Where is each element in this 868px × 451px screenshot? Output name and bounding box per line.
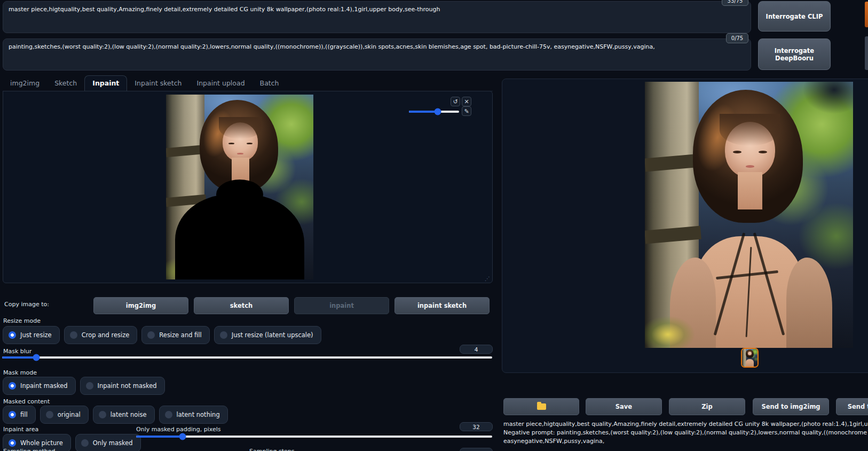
generate-button-clipped[interactable] bbox=[865, 2, 868, 27]
inpaint-canvas[interactable]: ↺ ✕ ✎ ⋰ bbox=[3, 91, 493, 283]
radio-latent-nothing[interactable]: latent nothing bbox=[159, 406, 228, 424]
tab-inpaint[interactable]: Inpaint bbox=[84, 75, 127, 91]
secondary-button-clipped[interactable] bbox=[865, 36, 868, 70]
radio-icon bbox=[70, 331, 77, 339]
generation-info-line3: easynegative,NSFW,pussy,vagina, bbox=[503, 438, 867, 445]
sampling-steps-value[interactable] bbox=[460, 448, 493, 451]
only-masked-padding-label: Only masked padding, pixels bbox=[136, 426, 221, 433]
tab-batch[interactable]: Batch bbox=[252, 76, 287, 91]
radio-icon bbox=[99, 411, 106, 418]
mask-blur-value[interactable]: 4 bbox=[460, 345, 493, 354]
masked-content-label: Masked content bbox=[3, 398, 50, 405]
radio-icon bbox=[165, 411, 172, 418]
sampling-steps-label: Sampling steps bbox=[249, 448, 295, 451]
mask-mode-label: Mask mode bbox=[3, 369, 37, 376]
negative-token-counter: 0/75 bbox=[726, 33, 748, 43]
radio-icon bbox=[9, 439, 16, 447]
close-icon[interactable]: ✕ bbox=[462, 97, 471, 106]
positive-prompt-input[interactable]: master piece,higtquality,best quality,Am… bbox=[3, 1, 751, 33]
send-to-img2img-button[interactable]: Send to img2img bbox=[753, 398, 829, 415]
sampling-method-label: Sampling method bbox=[3, 448, 55, 451]
folder-icon bbox=[537, 403, 546, 410]
radio-crop-and-resize[interactable]: Crop and resize bbox=[64, 326, 138, 344]
img2img-mode-tabs: img2img Sketch Inpaint Inpaint sketch In… bbox=[3, 76, 493, 91]
mask-blur-slider[interactable] bbox=[2, 354, 492, 361]
radio-just-resize-latent[interactable]: Just resize (latent upscale) bbox=[214, 326, 321, 344]
radio-icon bbox=[86, 382, 93, 390]
zip-button[interactable]: Zip bbox=[669, 398, 745, 415]
send-to-inpaint-button[interactable]: Send to inpaint bbox=[836, 398, 868, 415]
interrogate-clip-button[interactable]: Interrogate CLIP bbox=[758, 1, 831, 32]
tab-sketch[interactable]: Sketch bbox=[47, 76, 84, 91]
inpaint-source-image[interactable] bbox=[166, 95, 313, 279]
radio-icon bbox=[147, 331, 155, 339]
gallery-thumbnail[interactable] bbox=[741, 348, 759, 368]
undo-icon[interactable]: ↺ bbox=[451, 97, 460, 106]
radio-icon bbox=[220, 331, 227, 339]
copy-to-img2img-button[interactable]: img2img bbox=[93, 297, 188, 314]
copy-image-to-label: Copy image to: bbox=[4, 301, 49, 308]
tab-inpaint-upload[interactable]: Inpaint upload bbox=[190, 76, 252, 91]
masked-content-group: fill original latent noise latent nothin… bbox=[3, 406, 228, 424]
save-button[interactable]: Save bbox=[586, 398, 662, 415]
copy-to-inpaint-sketch-button[interactable]: inpaint sketch bbox=[394, 297, 490, 314]
generation-info-line2: Negative prompt: painting,sketches,(wors… bbox=[503, 429, 867, 436]
mask-mode-group: Inpaint masked Inpaint not masked bbox=[3, 377, 165, 395]
radio-icon bbox=[9, 331, 16, 339]
radio-inpaint-not-masked[interactable]: Inpaint not masked bbox=[80, 377, 165, 395]
copy-to-inpaint-button: inpaint bbox=[294, 297, 389, 314]
positive-token-counter: 33/75 bbox=[722, 0, 748, 6]
radio-icon bbox=[9, 411, 16, 418]
radio-original[interactable]: original bbox=[40, 406, 89, 424]
output-image[interactable] bbox=[645, 82, 853, 348]
radio-only-masked[interactable]: Only masked bbox=[75, 434, 141, 451]
canvas-resize-handle[interactable]: ⋰ bbox=[485, 276, 490, 282]
painted-mask bbox=[175, 195, 305, 279]
radio-fill[interactable]: fill bbox=[3, 406, 36, 424]
resize-mode-group: Just resize Crop and resize Resize and f… bbox=[3, 326, 321, 344]
only-masked-padding-value[interactable]: 32 bbox=[460, 422, 493, 431]
tab-img2img[interactable]: img2img bbox=[3, 76, 47, 91]
radio-icon bbox=[46, 411, 53, 418]
tab-inpaint-sketch[interactable]: Inpaint sketch bbox=[127, 76, 189, 91]
radio-resize-and-fill[interactable]: Resize and fill bbox=[141, 326, 209, 344]
radio-icon bbox=[9, 382, 16, 390]
radio-just-resize[interactable]: Just resize bbox=[3, 326, 60, 344]
brush-size-slider[interactable] bbox=[409, 108, 459, 115]
generation-info-line1: master piece,higtquality,best quality,Am… bbox=[503, 421, 867, 427]
inpaint-area-label: Inpaint area bbox=[3, 426, 38, 433]
only-masked-padding-slider[interactable] bbox=[136, 433, 492, 440]
radio-icon bbox=[81, 439, 89, 447]
brush-icon[interactable]: ✎ bbox=[462, 106, 471, 116]
resize-mode-label: Resize mode bbox=[3, 317, 41, 324]
interrogate-deepbooru-button[interactable]: Interrogate DeepBooru bbox=[758, 38, 831, 70]
radio-latent-noise[interactable]: latent noise bbox=[93, 406, 155, 424]
output-gallery bbox=[502, 79, 868, 373]
copy-to-sketch-button[interactable]: sketch bbox=[194, 297, 289, 314]
stable-diffusion-webui: master piece,higtquality,best quality,Am… bbox=[0, 0, 868, 451]
negative-prompt-input[interactable]: painting,sketches,(worst quality:2),(low… bbox=[3, 38, 751, 71]
radio-inpaint-masked[interactable]: Inpaint masked bbox=[3, 377, 76, 395]
open-folder-button[interactable] bbox=[503, 398, 579, 415]
